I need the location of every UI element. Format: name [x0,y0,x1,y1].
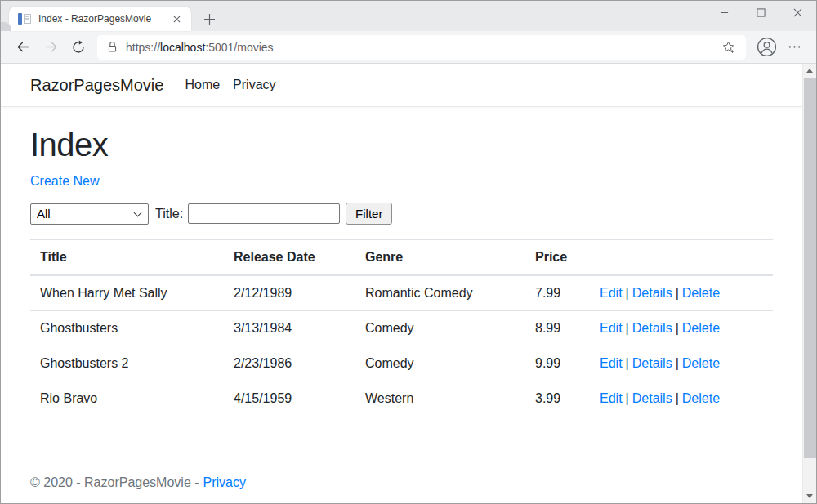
movie-title-cell: Ghostbusters 2 [30,346,224,381]
movies-table: Title Release Date Genre Price When Harr… [30,239,773,416]
maximize-icon[interactable] [743,1,779,25]
star-add-icon[interactable] [717,36,739,59]
movie-actions-cell: Edit|Details|Delete [590,311,773,346]
movie-release-date-cell: 2/23/1986 [224,346,355,381]
vertical-scrollbar[interactable] [802,64,816,503]
minimize-icon[interactable] [706,1,743,25]
title-filter-input[interactable] [188,203,340,224]
site-nav: Home Privacy [178,78,282,92]
table-header-row: Title Release Date Genre Price [30,240,773,276]
document-icon [18,13,31,25]
action-separator: | [676,356,679,370]
site-footer: © 2020 - RazorPagesMovie - Privacy [1,462,802,503]
header-actions [590,240,773,276]
movie-release-date-cell: 2/12/1989 [224,275,355,311]
triangle-down-icon [806,494,813,498]
site-navbar: RazorPagesMovie Home Privacy [1,64,802,107]
scrollbar-up-button[interactable] [803,64,816,78]
action-separator: | [676,321,679,335]
movie-actions-cell: Edit|Details|Delete [590,381,773,417]
url-text: https://localhost:5001/movies [126,41,274,54]
movie-actions-cell: Edit|Details|Delete [590,346,773,381]
triangle-up-icon [806,69,813,73]
movie-genre-cell: Comedy [355,346,525,381]
delete-link[interactable]: Delete [682,356,720,370]
action-separator: | [676,391,679,405]
copyright-text: © 2020 - RazorPagesMovie - [30,475,199,490]
movie-price-cell: 7.99 [525,275,590,311]
person-icon[interactable] [752,33,780,61]
movie-price-cell: 9.99 [525,346,590,381]
movie-actions-cell: Edit|Details|Delete [590,275,773,311]
movie-genre-cell: Comedy [355,311,525,346]
action-separator: | [626,321,629,335]
title-filter-label: Title: [155,207,183,221]
action-separator: | [626,356,629,370]
details-link[interactable]: Details [632,286,672,300]
brand-link[interactable]: RazorPagesMovie [30,76,163,95]
movie-price-cell: 8.99 [525,311,590,346]
browser-tab-strip: Index - RazorPagesMovie [1,1,816,31]
details-link[interactable]: Details [632,356,672,370]
header-price: Price [525,240,590,276]
table-row: When Harry Met Sally 2/12/1989 Romantic … [30,275,773,311]
url-host: localhost [160,41,205,54]
nav-link-home[interactable]: Home [178,78,226,92]
url-scheme: https:// [126,41,160,54]
ellipsis-icon[interactable] [780,33,808,61]
new-tab-icon[interactable] [198,7,221,30]
movie-genre-cell: Western [355,381,525,417]
movie-release-date-cell: 3/13/1984 [224,311,355,346]
edit-link[interactable]: Edit [600,286,623,300]
main-content: Index Create New All Title: Filter [1,107,802,416]
delete-link[interactable]: Delete [682,391,720,405]
footer-privacy-link[interactable]: Privacy [203,475,246,490]
back-icon[interactable] [9,33,37,61]
movie-title-cell: Rio Bravo [30,381,224,417]
header-genre: Genre [355,240,525,276]
lock-icon [107,41,118,53]
movie-release-date-cell: 4/15/1959 [224,381,355,417]
delete-link[interactable]: Delete [682,321,720,335]
filter-button[interactable]: Filter [346,203,392,225]
refresh-icon[interactable] [65,33,92,61]
header-title: Title [30,240,224,276]
browser-toolbar: https://localhost:5001/movies [1,31,816,64]
forward-icon[interactable] [37,33,65,61]
details-link[interactable]: Details [632,321,672,335]
action-separator: | [626,286,629,300]
edit-link[interactable]: Edit [600,356,623,370]
address-bar[interactable]: https://localhost:5001/movies [97,35,746,60]
edit-link[interactable]: Edit [600,321,623,335]
nav-link-privacy[interactable]: Privacy [226,78,282,92]
details-link[interactable]: Details [632,391,672,405]
url-path: :5001/movies [205,41,273,54]
filter-form: All Title: Filter [30,203,773,225]
tab-title: Index - RazorPagesMovie [38,13,169,25]
browser-tab[interactable]: Index - RazorPagesMovie [9,7,191,31]
scrollbar-down-button[interactable] [803,489,816,503]
browser-window: Index - RazorPagesMovie [0,0,817,504]
edit-link[interactable]: Edit [600,391,623,405]
action-separator: | [626,391,629,405]
create-new-link[interactable]: Create New [30,174,99,189]
action-separator: | [676,286,679,300]
tab-close-icon[interactable] [169,11,184,26]
movie-genre-cell: Romantic Comedy [355,275,525,311]
movie-title-cell: Ghostbusters [30,311,224,346]
movie-price-cell: 3.99 [525,381,590,417]
scrollbar-thumb[interactable] [804,78,816,458]
web-page: RazorPagesMovie Home Privacy Index Creat… [1,64,816,503]
table-row: Rio Bravo 4/15/1959 Western 3.99 Edit|De… [30,381,773,417]
page-title: Index [30,127,773,163]
movie-title-cell: When Harry Met Sally [30,275,224,311]
window-close-icon[interactable] [779,1,816,25]
genre-select[interactable]: All [30,203,149,225]
table-row: Ghostbusters 2 2/23/1986 Comedy 9.99 Edi… [30,346,773,381]
delete-link[interactable]: Delete [682,286,720,300]
header-release-date: Release Date [224,240,355,276]
window-controls [706,1,816,25]
table-row: Ghostbusters 3/13/1984 Comedy 8.99 Edit|… [30,311,773,346]
